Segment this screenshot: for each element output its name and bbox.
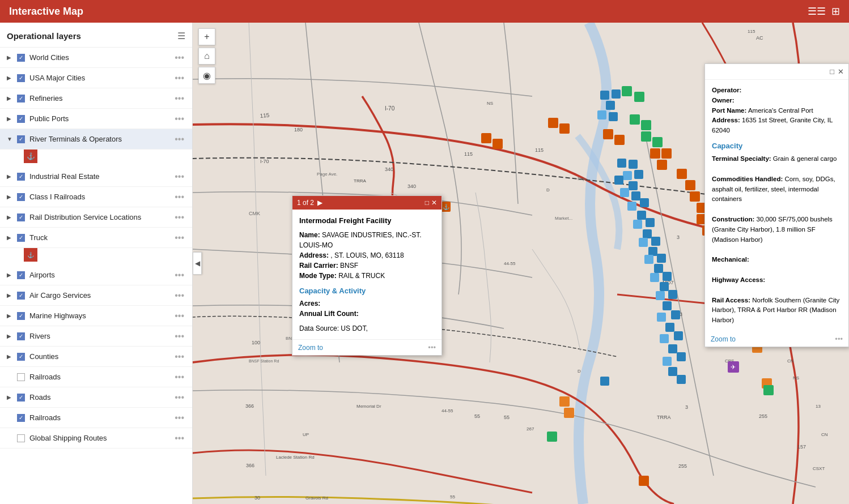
check-icon: ✓ — [19, 272, 23, 278]
more-dots-truck[interactable]: ••• — [172, 233, 186, 243]
checkbox-air-cargo[interactable]: ✓ — [17, 292, 25, 300]
expand-arrow-truck[interactable]: ▶ — [7, 234, 15, 241]
popup-capacity-title: Capacity & Activity — [299, 285, 435, 297]
expand-arrow-rail-distribution[interactable]: ▶ — [7, 214, 15, 220]
sidebar-item-usa-major-cities[interactable]: ▶✓USA Major Cities••• — [0, 68, 192, 88]
locate-button[interactable]: ◉ — [198, 67, 215, 84]
sidebar-item-roads[interactable]: ▶✓Roads••• — [0, 387, 192, 408]
checkbox-usa-major-cities[interactable]: ✓ — [17, 74, 25, 82]
checkbox-public-ports[interactable]: ✓ — [17, 115, 25, 123]
more-dots-public-ports[interactable]: ••• — [172, 114, 186, 124]
sidebar-item-refineries[interactable]: ▶✓Refineries••• — [0, 88, 192, 109]
more-dots-river-terminals[interactable]: ••• — [172, 134, 186, 144]
grid-view-icon[interactable]: ⊞ — [831, 5, 840, 18]
more-dots-railroads-1[interactable]: ••• — [172, 372, 186, 382]
sidebar-item-industrial-real-estate[interactable]: ▶✓Industrial Real Estate••• — [0, 166, 192, 187]
svg-text:44-55: 44-55 — [442, 408, 453, 413]
expand-arrow-rivers[interactable]: ▶ — [7, 333, 15, 339]
sidebar-item-air-cargo[interactable]: ▶✓Air Cargo Services••• — [0, 285, 192, 306]
popup2-close-button[interactable]: ✕ — [838, 67, 844, 76]
more-dots-airports[interactable]: ••• — [172, 270, 186, 280]
expand-arrow-roads[interactable]: ▶ — [7, 394, 15, 400]
svg-text:Gravois Rd: Gravois Rd — [305, 496, 328, 501]
checkbox-river-terminals[interactable]: ✓ — [17, 135, 25, 143]
popup-zoom-link[interactable]: Zoom to — [298, 344, 323, 352]
checkbox-counties[interactable]: ✓ — [17, 353, 25, 361]
map-area[interactable]: 115 I-70 115 340 CMK I-70 TRRA Page Ave.… — [193, 23, 849, 504]
sidebar-item-airports[interactable]: ▶✓Airports••• — [0, 265, 192, 285]
popup-lift-label: Annual Lift Count: — [299, 310, 359, 318]
popup2-zoom-link[interactable]: Zoom to — [711, 335, 736, 343]
more-dots-usa-major-cities[interactable]: ••• — [172, 73, 186, 83]
expand-arrow-public-ports[interactable]: ▶ — [7, 116, 15, 122]
more-dots-refineries[interactable]: ••• — [172, 93, 186, 104]
more-dots-industrial-real-estate[interactable]: ••• — [172, 172, 186, 182]
svg-text:255: 255 — [759, 413, 767, 419]
checkbox-airports[interactable]: ✓ — [17, 271, 25, 279]
filter-icon[interactable]: ☰ — [177, 31, 185, 41]
checkbox-world-cities[interactable]: ✓ — [17, 54, 25, 62]
svg-text:BNSF Station Rd: BNSF Station Rd — [249, 359, 279, 363]
checkbox-class-1-railroads[interactable]: ✓ — [17, 193, 25, 201]
checkbox-rail-distribution[interactable]: ✓ — [17, 213, 25, 221]
more-dots-class-1-railroads[interactable]: ••• — [172, 192, 186, 202]
more-dots-railroads-2[interactable]: ••• — [172, 413, 186, 423]
more-dots-world-cities[interactable]: ••• — [172, 53, 186, 63]
more-dots-marine-highways[interactable]: ••• — [172, 311, 186, 321]
checkbox-rivers[interactable]: ✓ — [17, 332, 25, 340]
checkbox-marine-highways[interactable]: ✓ — [17, 312, 25, 320]
sidebar-item-world-cities[interactable]: ▶✓World Cities••• — [0, 48, 192, 68]
layer-name-usa-major-cities: USA Major Cities — [29, 74, 172, 82]
sidebar-item-public-ports[interactable]: ▶✓Public Ports••• — [0, 109, 192, 129]
zoom-in-button[interactable]: + — [198, 28, 215, 45]
sidebar-item-railroads-2[interactable]: ✓Railroads••• — [0, 408, 192, 428]
checkbox-railroads-1[interactable] — [17, 373, 25, 381]
more-dots-rail-distribution[interactable]: ••• — [172, 212, 186, 223]
expand-arrow-industrial-real-estate[interactable]: ▶ — [7, 173, 15, 180]
popup2-minimize-button[interactable]: □ — [830, 67, 834, 76]
svg-text:30: 30 — [254, 495, 260, 501]
sidebar-item-rivers[interactable]: ▶✓Rivers••• — [0, 326, 192, 347]
sidebar-collapse-button[interactable]: ◀ — [193, 252, 202, 275]
expand-arrow-class-1-railroads[interactable]: ▶ — [7, 194, 15, 200]
expand-arrow-marine-highways[interactable]: ▶ — [7, 313, 15, 319]
checkbox-global-shipping[interactable] — [17, 434, 25, 442]
expand-arrow-airports[interactable]: ▶ — [7, 272, 15, 278]
popup-minimize-button[interactable]: □ — [425, 199, 429, 207]
expand-arrow-usa-major-cities[interactable]: ▶ — [7, 75, 15, 81]
expand-arrow-refineries[interactable]: ▶ — [7, 95, 15, 101]
home-button[interactable]: ⌂ — [198, 48, 215, 65]
popup-next-button[interactable]: ▶ — [317, 199, 322, 207]
expand-arrow-river-terminals[interactable]: ▼ — [7, 136, 15, 142]
popup-close-button[interactable]: ✕ — [431, 199, 437, 207]
sidebar-item-railroads-1[interactable]: Railroads••• — [0, 367, 192, 387]
popup2-mechanical-row: Mechanical: — [712, 255, 842, 265]
sidebar-item-river-terminals[interactable]: ▼✓River Terminals & Operators••• — [0, 129, 192, 150]
checkbox-railroads-2[interactable]: ✓ — [17, 414, 25, 422]
more-dots-roads[interactable]: ••• — [172, 392, 186, 403]
more-dots-counties[interactable]: ••• — [172, 352, 186, 362]
sidebar-item-class-1-railroads[interactable]: ▶✓Class I Railroads••• — [0, 187, 192, 207]
svg-text:44-55: 44-55 — [504, 261, 516, 266]
sidebar-item-marine-highways[interactable]: ▶✓Marine Highways••• — [0, 306, 192, 326]
popup-intermodal: 1 of 2 ▶ □ ✕ Intermodal Freight Facility… — [292, 195, 442, 356]
popup-more-dots[interactable]: ••• — [428, 343, 436, 352]
more-dots-rivers[interactable]: ••• — [172, 331, 186, 341]
checkbox-roads[interactable]: ✓ — [17, 394, 25, 402]
sidebar-item-counties[interactable]: ▶✓Counties••• — [0, 347, 192, 367]
expand-arrow-world-cities[interactable]: ▶ — [7, 54, 15, 61]
expand-arrow-counties[interactable]: ▶ — [7, 353, 15, 360]
checkbox-industrial-real-estate[interactable]: ✓ — [17, 173, 25, 181]
popup-mode-value: RAIL & TRUCK — [338, 272, 385, 280]
sidebar-item-rail-distribution[interactable]: ▶✓Rail Distribution Service Locations••• — [0, 207, 192, 228]
more-dots-air-cargo[interactable]: ••• — [172, 291, 186, 301]
checkbox-truck[interactable]: ✓ — [17, 234, 25, 242]
more-dots-global-shipping[interactable]: ••• — [172, 433, 186, 443]
sidebar-item-global-shipping[interactable]: Global Shipping Routes••• — [0, 428, 192, 449]
sidebar-item-truck[interactable]: ▶✓Truck••• — [0, 228, 192, 248]
checkbox-refineries[interactable]: ✓ — [17, 95, 25, 102]
popup2-more-dots[interactable]: ••• — [835, 335, 843, 343]
svg-rect-71 — [614, 176, 623, 185]
expand-arrow-air-cargo[interactable]: ▶ — [7, 292, 15, 298]
list-view-icon[interactable]: ☰☰ — [808, 5, 826, 18]
